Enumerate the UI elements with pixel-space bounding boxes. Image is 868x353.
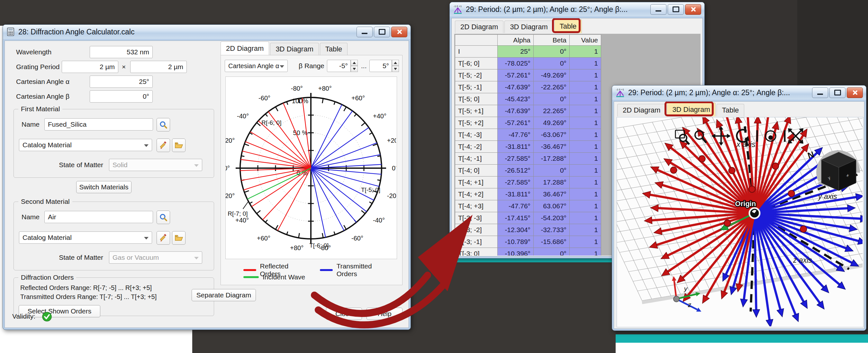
beta-max-value[interactable]: 5° xyxy=(369,60,392,72)
calc-titlebar[interactable]: 28: Diffraction Angle Calculator.calc xyxy=(3,25,410,39)
tab-2d-diagram[interactable]: 2D Diagram xyxy=(455,21,503,33)
value-cell[interactable]: -57.261° xyxy=(498,69,534,81)
order-label-cell[interactable]: T[-6; 0] xyxy=(455,58,498,69)
column-header[interactable]: Beta xyxy=(534,35,570,46)
table-row[interactable]: T[-3; -1]-10.789°-15.686°1 xyxy=(455,236,601,248)
order-label-cell[interactable]: T[-4; 0] xyxy=(455,165,498,176)
order-label-cell[interactable]: T[-3; -3] xyxy=(455,212,498,224)
second-material-open-button[interactable] xyxy=(172,231,186,245)
value-cell[interactable]: -31.811° xyxy=(498,188,534,200)
order-label-cell[interactable]: T[-4; +3] xyxy=(455,200,498,212)
value-cell[interactable]: -54.203° xyxy=(534,212,570,224)
value-cell[interactable]: -63.067° xyxy=(534,129,570,141)
tab-table[interactable]: Table xyxy=(320,43,348,55)
grating-period-y-input[interactable]: 2 µm xyxy=(130,61,187,73)
first-material-open-button[interactable] xyxy=(172,138,186,152)
value-cell[interactable]: -17.415° xyxy=(498,212,534,224)
value-cell[interactable]: 0° xyxy=(534,165,570,176)
table-row[interactable]: T[-4; +2]-31.811°36.467°1 xyxy=(455,188,601,200)
second-material-type-combo[interactable]: Catalog Material xyxy=(19,231,152,244)
table-row[interactable]: T[-5; -2]-57.261°-49.269°1 xyxy=(455,69,601,81)
grating-period-x-input[interactable]: 2 µm xyxy=(62,61,118,73)
order-label-cell[interactable]: T[-4; -1] xyxy=(455,153,498,165)
order-label-cell[interactable]: T[-4; -2] xyxy=(455,141,498,153)
order-label-cell[interactable]: I xyxy=(455,46,498,58)
value-cell[interactable]: 0° xyxy=(534,93,570,105)
column-header[interactable]: Value xyxy=(570,35,601,46)
value-cell[interactable]: 63.067° xyxy=(534,200,570,212)
value-cell[interactable]: 1 xyxy=(570,248,601,256)
table-row[interactable]: T[-5; 0]-45.423°0°1 xyxy=(455,93,601,105)
column-header[interactable] xyxy=(455,35,498,46)
3d-window-titlebar[interactable]: -1 0 +1 29: Period: (2 µm; 2 µm); Angle … xyxy=(612,86,866,100)
table-row[interactable]: T[-5; +1]-47.639°22.265°1 xyxy=(455,105,601,117)
tab-2d-diagram[interactable]: 2D Diagram xyxy=(220,41,269,55)
minimize-button[interactable] xyxy=(356,27,373,37)
tab-3d-diagram[interactable]: 3D Diagram xyxy=(504,21,553,33)
close-button[interactable] xyxy=(685,4,701,15)
value-cell[interactable]: 49.269° xyxy=(534,117,570,129)
polar-angle-combo[interactable]: Cartesian Angle α xyxy=(225,60,288,72)
table-row[interactable]: T[-4; -2]-31.811°-36.467°1 xyxy=(455,141,601,153)
tab-3d-diagram[interactable]: 3D Diagram xyxy=(667,102,715,117)
table-row[interactable]: T[-5; +2]-57.261°49.269°1 xyxy=(455,117,601,129)
value-cell[interactable]: -22.265° xyxy=(534,81,570,93)
value-cell[interactable]: 1 xyxy=(570,93,601,105)
value-cell[interactable]: 1 xyxy=(570,141,601,153)
calc-help-button[interactable]: Help xyxy=(367,308,403,320)
maximize-button[interactable] xyxy=(830,88,845,98)
order-label-cell[interactable]: T[-4; -3] xyxy=(455,129,498,141)
first-material-search-button[interactable] xyxy=(157,118,170,131)
value-cell[interactable]: 1 xyxy=(570,46,601,58)
value-cell[interactable]: -27.585° xyxy=(498,153,534,165)
beta-min-spinner[interactable]: -5° xyxy=(327,60,358,72)
table-row[interactable]: T[-6; 0]-78.025°0°1 xyxy=(455,58,601,69)
value-cell[interactable]: -45.423° xyxy=(498,93,534,105)
order-label-cell[interactable]: T[-5; -1] xyxy=(455,81,498,93)
value-cell[interactable]: -31.811° xyxy=(498,141,534,153)
beta-max-spinner[interactable]: 5° xyxy=(369,60,399,72)
tab-2d-diagram[interactable]: 2D Diagram xyxy=(617,104,666,117)
table-row[interactable]: T[-3; -2]-12.304°-32.733°1 xyxy=(455,224,601,236)
value-cell[interactable]: -78.025° xyxy=(498,58,534,69)
first-material-type-combo[interactable]: Catalog Material xyxy=(19,139,152,151)
table-row[interactable]: T[-4; 0]-26.512°0°1 xyxy=(455,165,601,176)
calc-close-button[interactable]: Close xyxy=(326,308,362,320)
value-cell[interactable]: 1 xyxy=(570,165,601,176)
value-cell[interactable]: -15.686° xyxy=(534,236,570,248)
value-cell[interactable]: 0° xyxy=(534,58,570,69)
value-cell[interactable]: -17.288° xyxy=(534,153,570,165)
spin-down-icon[interactable] xyxy=(392,66,399,72)
value-cell[interactable]: 1 xyxy=(570,58,601,69)
value-cell[interactable]: 0° xyxy=(534,248,570,256)
value-cell[interactable]: -27.585° xyxy=(498,176,534,188)
value-cell[interactable]: 1 xyxy=(570,105,601,117)
value-cell[interactable]: 1 xyxy=(570,81,601,93)
spin-up-icon[interactable] xyxy=(351,60,358,66)
column-header[interactable]: Alpha xyxy=(498,35,534,46)
table-row[interactable]: T[-3; -3]-17.415°-54.203°1 xyxy=(455,212,601,224)
order-label-cell[interactable]: T[-5; -2] xyxy=(455,69,498,81)
table-row[interactable]: T[-4; +1]-27.585°17.288°1 xyxy=(455,176,601,188)
minimize-button[interactable] xyxy=(812,88,828,98)
value-cell[interactable]: -47.639° xyxy=(498,81,534,93)
value-cell[interactable]: 1 xyxy=(570,69,601,81)
value-cell[interactable]: 1 xyxy=(570,117,601,129)
order-label-cell[interactable]: T[-3; -1] xyxy=(455,236,498,248)
value-cell[interactable]: -10.789° xyxy=(498,236,534,248)
orders-table[interactable]: AlphaBetaValueI25°0°1T[-6; 0]-78.025°0°1… xyxy=(455,34,601,256)
value-cell[interactable]: -32.733° xyxy=(534,224,570,236)
order-label-cell[interactable]: T[-5; 0] xyxy=(455,93,498,105)
spin-up-icon[interactable] xyxy=(392,60,399,66)
tab-table[interactable]: Table xyxy=(717,104,745,117)
wavelength-input[interactable]: 532 nm xyxy=(90,46,153,58)
order-label-cell[interactable]: T[-4; +2] xyxy=(455,188,498,200)
value-cell[interactable]: 25° xyxy=(498,46,534,58)
first-material-edit-button[interactable] xyxy=(157,138,170,152)
separate-diagram-button[interactable]: Separate Diagram xyxy=(192,289,256,301)
table-row[interactable]: T[-5; -1]-47.639°-22.265°1 xyxy=(455,81,601,93)
second-material-search-button[interactable] xyxy=(157,211,170,224)
value-cell[interactable]: -47.639° xyxy=(498,105,534,117)
table-row[interactable]: I25°0°1 xyxy=(455,46,601,58)
value-cell[interactable]: -10.396° xyxy=(498,248,534,256)
